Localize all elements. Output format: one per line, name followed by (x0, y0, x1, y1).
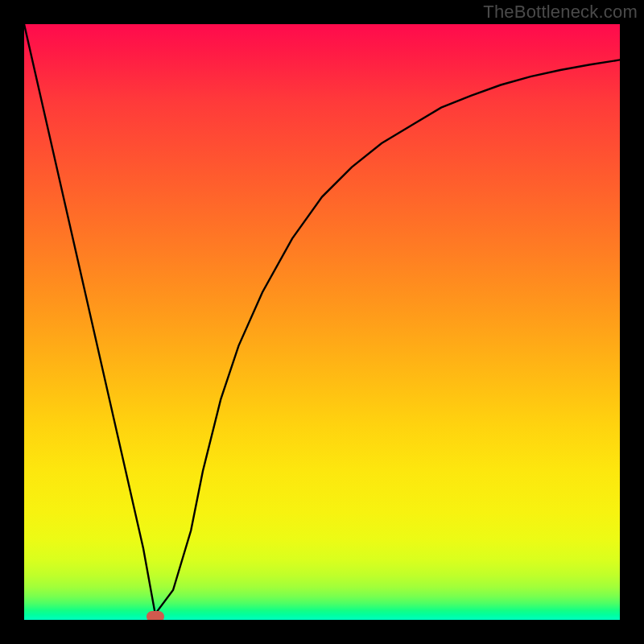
curve-path (24, 24, 620, 614)
optimum-marker (147, 611, 164, 620)
chart-frame: TheBottleneck.com (0, 0, 644, 644)
bottleneck-curve (24, 24, 620, 620)
watermark-text: TheBottleneck.com (483, 2, 638, 23)
plot-area (24, 24, 620, 620)
